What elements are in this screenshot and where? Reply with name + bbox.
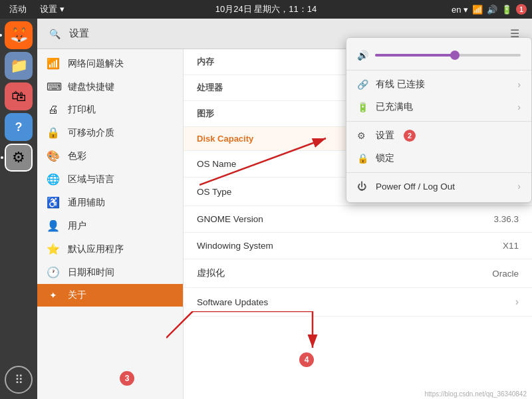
sidebar-label-accessibility: 通用辅助 (68, 197, 105, 209)
removable-icon: 🔒 (47, 126, 60, 139)
sidebar-label-removable: 可移动介质 (68, 127, 114, 139)
info-row-software-updates[interactable]: Software Updates › (184, 288, 532, 317)
windowing-system-label: Windowing System (197, 241, 273, 251)
dock-help[interactable]: ? (5, 113, 33, 141)
battery-menu-label: 已充满电 (376, 101, 413, 113)
help-icon: ? (15, 120, 23, 134)
sidebar-item-printer[interactable]: 🖨 打印机 (37, 98, 183, 121)
network-menu-arrow: › (517, 79, 521, 90)
sidebar-item-about[interactable]: ✦ 关于 (37, 284, 183, 307)
software-updates-arrow: › (515, 296, 519, 308)
lock-menu-label: 锁定 (376, 152, 394, 164)
software-updates-label: Software Updates (197, 297, 268, 307)
menu-item-network[interactable]: 🔗 有线 已连接 › (346, 73, 531, 96)
volume-icon: 🔊 (487, 5, 497, 15)
graphics-label: 图形 (197, 108, 214, 118)
info-row-gnome-version: GNOME Version 3.36.3 (184, 206, 532, 233)
software-icon: 🛍 (11, 88, 26, 105)
volume-slider-fill (375, 54, 455, 57)
sidebar-label-network-issues: 网络问题解决 (68, 58, 124, 70)
sidebar-item-default-apps[interactable]: ⭐ 默认应用程序 (37, 237, 183, 261)
dock-firefox[interactable]: 🦊 (5, 21, 33, 49)
language-button[interactable]: en ▾ (452, 5, 468, 15)
settings-sidebar: 📶 网络问题解决 ⌨ 键盘快捷键 🖨 打印机 🔒 可移动介质 🎨 色 (37, 49, 184, 399)
topbar: 活动 设置 ▾ 10月24日 星期六，11：14 en ▾ 📶 🔊 🔋 1 (0, 0, 532, 19)
main-area: 🦊 📁 🛍 ? ⚙ ⠿ 🔍 设置 ☰ (0, 19, 532, 399)
sidebar-item-network-issues[interactable]: 📶 网络问题解决 (37, 52, 183, 75)
keyboard-icon: ⌨ (47, 80, 60, 93)
datetime-icon: 🕐 (47, 266, 60, 279)
settings-badge: 2 (404, 130, 416, 142)
default-apps-icon: ⭐ (47, 243, 60, 255)
activities-button[interactable]: 活动 (5, 2, 31, 17)
battery-menu-icon: 🔋 (357, 102, 369, 112)
info-row-windowing-system: Windowing System X11 (184, 233, 532, 259)
info-row-virtualization: 虚拟化 Oracle (184, 259, 532, 288)
volume-slider-icon: 🔊 (357, 50, 368, 61)
network-menu-icon: 🔗 (357, 79, 369, 90)
power-menu-label: Power Off / Log Out (376, 182, 455, 192)
sidebar-label-default-apps: 默认应用程序 (68, 243, 124, 255)
users-icon: 👤 (47, 219, 60, 232)
network-issues-icon: 📶 (47, 57, 60, 70)
sidebar-label-keyboard: 键盘快捷键 (68, 81, 114, 93)
settings-menu-button[interactable]: 设置 ▾ (36, 2, 68, 17)
sidebar-item-datetime[interactable]: 🕐 日期和时间 (37, 261, 183, 284)
os-name-label: OS Name (197, 159, 236, 169)
files-icon: 📁 (10, 57, 28, 74)
power-menu-icon: ⏻ (357, 181, 369, 192)
sidebar-label-datetime: 日期和时间 (68, 267, 114, 279)
volume-slider-thumb[interactable] (450, 51, 460, 60)
battery-icon: 🔋 (501, 5, 512, 15)
notification-badge[interactable]: 1 (516, 4, 527, 15)
sidebar-label-about: 关于 (68, 289, 86, 301)
virtualization-value: Oracle (492, 269, 519, 279)
processor-label: 处理器 (197, 82, 223, 92)
network-icon: 📶 (472, 5, 483, 15)
disk-capacity-label: Disk Capacity (197, 134, 253, 144)
dock-apps[interactable]: ⠿ (5, 366, 33, 394)
memory-label: 内存 (197, 57, 214, 66)
firefox-icon: 🦊 (10, 27, 28, 44)
os-type-label: OS Type (197, 187, 231, 197)
sidebar-label-color: 色彩 (68, 150, 86, 162)
watermark: https://blog.csdn.net/qq_36340842 (425, 390, 527, 398)
menu-divider-3 (346, 172, 531, 173)
dock: 🦊 📁 🛍 ? ⚙ ⠿ (0, 19, 37, 399)
menu-item-lock[interactable]: 🔒 锁定 (346, 147, 531, 170)
menu-item-battery[interactable]: 🔋 已充满电 › (346, 96, 531, 118)
menu-item-settings[interactable]: ⚙ 设置 2 (346, 124, 531, 147)
dock-files[interactable]: 📁 (5, 52, 33, 80)
topbar-right: en ▾ 📶 🔊 🔋 1 (452, 4, 527, 15)
sidebar-item-removable[interactable]: 🔒 可移动介质 (37, 121, 183, 144)
lock-menu-icon: 🔒 (357, 153, 369, 164)
menu-item-poweroff[interactable]: ⏻ Power Off / Log Out › (346, 176, 531, 197)
windowing-system-value: X11 (503, 241, 519, 251)
gnome-version-value: 3.36.3 (493, 214, 519, 224)
annotation-badge-4: 4 (299, 352, 314, 367)
dock-software[interactable]: 🛍 (5, 82, 33, 110)
settings-menu-icon: ⚙ (357, 130, 369, 141)
network-menu-label: 有线 已连接 (376, 78, 425, 90)
menu-divider-2 (346, 121, 531, 122)
battery-menu-arrow: › (517, 102, 521, 112)
accessibility-icon: ♿ (47, 196, 60, 209)
sidebar-item-color[interactable]: 🎨 色彩 (37, 144, 183, 168)
topbar-left: 活动 设置 ▾ (5, 2, 68, 17)
sidebar-item-users[interactable]: 👤 用户 (37, 214, 183, 237)
menu-divider-1 (346, 70, 531, 70)
search-icon[interactable]: 🔍 (45, 25, 64, 43)
sidebar-label-users: 用户 (68, 220, 86, 232)
volume-slider-track[interactable] (375, 54, 521, 57)
sidebar-label-region: 区域与语言 (68, 174, 114, 186)
power-menu-arrow: › (517, 181, 521, 192)
annotation-badge-3: 3 (120, 371, 134, 386)
settings-icon: ⚙ (12, 149, 25, 166)
sidebar-label-printer: 打印机 (68, 104, 96, 116)
sidebar-item-keyboard[interactable]: ⌨ 键盘快捷键 (37, 75, 183, 98)
dock-settings[interactable]: ⚙ (5, 144, 33, 172)
sidebar-item-accessibility[interactable]: ♿ 通用辅助 (37, 191, 183, 214)
about-icon: ✦ (47, 290, 60, 301)
virtualization-label: 虚拟化 (197, 267, 225, 279)
sidebar-item-region[interactable]: 🌐 区域与语言 (37, 168, 183, 191)
